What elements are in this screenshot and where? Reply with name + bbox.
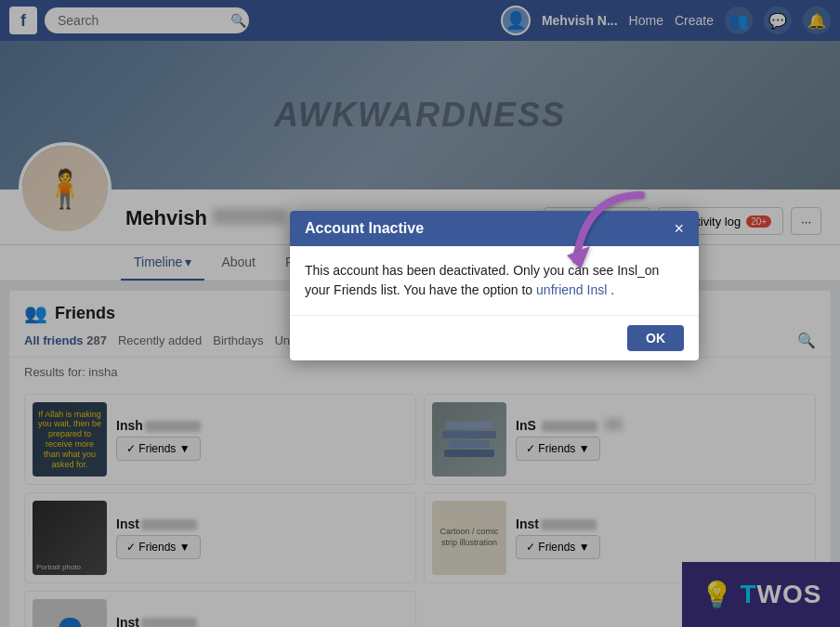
modal-text-end: .: [610, 282, 614, 297]
modal-overlay: Account Inactive × This account has been…: [0, 0, 840, 627]
modal-text-1: This account has been deactivated. Only …: [305, 263, 637, 278]
unfriend-link[interactable]: unfriend Insl: [536, 282, 607, 297]
modal-body-text: This account has been deactivated. Only …: [305, 261, 684, 300]
modal-close-button[interactable]: ×: [674, 220, 684, 237]
modal-header: Account Inactive ×: [290, 211, 699, 246]
ok-button[interactable]: OK: [627, 325, 684, 351]
modal-body: This account has been deactivated. Only …: [290, 246, 699, 315]
modal-footer: OK: [290, 315, 699, 360]
modal-text-suffix: _on: [637, 263, 659, 278]
modal-title: Account Inactive: [305, 220, 424, 237]
account-inactive-modal: Account Inactive × This account has been…: [290, 211, 699, 360]
modal-text-2: your Friends list. You have the option t…: [305, 282, 532, 297]
